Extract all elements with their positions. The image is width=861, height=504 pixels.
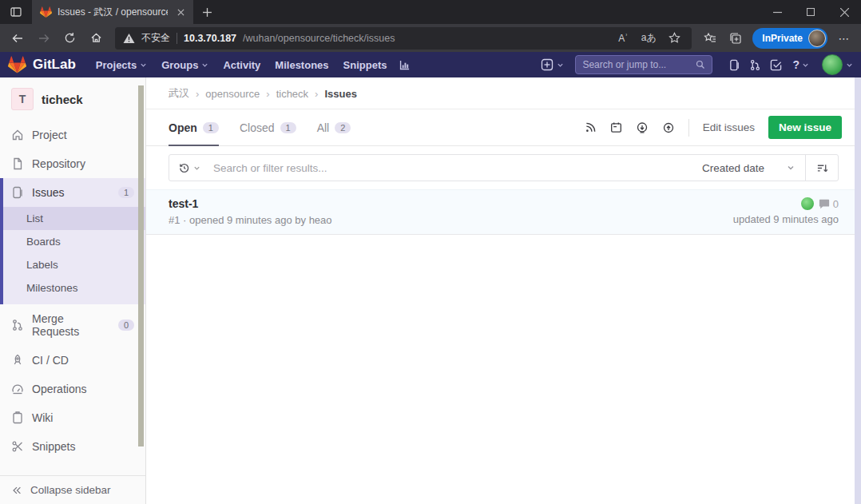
double-chevron-left-icon <box>11 485 22 496</box>
sidebar-item-label: Merge Requests <box>32 312 110 338</box>
sidebar-subitem-labels[interactable]: Labels <box>3 253 145 276</box>
sidebar-item-repository[interactable]: Repository <box>0 149 145 178</box>
issue-title[interactable]: test-1 <box>169 197 733 210</box>
home-icon <box>11 129 24 141</box>
browser-menu-icon[interactable]: ⋯ <box>832 26 856 50</box>
breadcrumb-project[interactable]: ticheck <box>276 88 308 100</box>
tab-all[interactable]: All 2 <box>317 109 351 145</box>
issues-icon <box>11 186 24 199</box>
sidebar-item-merge-requests[interactable]: Merge Requests 0 <box>0 304 145 346</box>
sidebar-item-label: Repository <box>32 157 85 170</box>
tab-close-icon[interactable] <box>173 5 188 19</box>
navbar-issues-icon[interactable] <box>724 54 744 75</box>
navbar-todos-icon[interactable] <box>765 54 786 75</box>
url-divider <box>177 33 177 44</box>
rss-feed-icon[interactable] <box>585 121 597 133</box>
tab-closed[interactable]: Closed 1 <box>240 109 296 145</box>
collections-icon[interactable] <box>724 26 748 50</box>
import-issues-icon[interactable] <box>636 121 649 134</box>
sidebar-item-cicd[interactable]: CI / CD <box>0 346 145 375</box>
address-bar[interactable]: 不安全 10.3.70.187 /wuhan/opensource/tichec… <box>115 27 692 50</box>
inprivate-badge[interactable]: InPrivate <box>752 28 827 49</box>
add-favorite-star-icon[interactable] <box>665 29 684 48</box>
sidebar-item-issues[interactable]: Issues 1 <box>3 178 145 207</box>
sidebar-item-snippets[interactable]: Snippets <box>0 432 145 461</box>
merge-request-icon <box>11 319 24 331</box>
nav-milestones[interactable]: Milestones <box>268 52 335 77</box>
gitlab-logo-icon[interactable] <box>8 56 26 73</box>
gauge-icon <box>11 383 24 395</box>
tab-closed-count: 1 <box>280 122 296 133</box>
nav-activity[interactable]: Activity <box>216 52 268 77</box>
chart-icon[interactable] <box>399 59 411 71</box>
breadcrumb-separator: › <box>315 88 318 100</box>
translate-icon[interactable]: aあ <box>639 29 658 48</box>
sidebar-item-label: Issues <box>32 186 64 199</box>
new-menu-button[interactable] <box>541 58 564 71</box>
security-label: 不安全 <box>141 31 170 45</box>
sidebar-item-project[interactable]: Project <box>0 121 145 149</box>
rocket-icon <box>11 354 24 367</box>
sort-dropdown[interactable]: Created date <box>692 155 805 181</box>
refresh-icon[interactable] <box>58 26 82 50</box>
browser-tab[interactable]: Issues - 武汉 / opensource / tich <box>32 0 193 24</box>
filter-search-input[interactable] <box>207 162 692 174</box>
breadcrumb-group[interactable]: 武汉 <box>169 86 189 101</box>
tab-open-count: 1 <box>203 122 219 133</box>
sidebar-subitem-list[interactable]: List <box>3 207 145 230</box>
sidebar-subitem-boards[interactable]: Boards <box>3 230 145 253</box>
issue-list-item[interactable]: test-1 #1 · opened 9 minutes ago by heao… <box>146 189 861 235</box>
calendar-icon[interactable] <box>610 121 622 133</box>
sidebar-item-wiki[interactable]: Wiki <box>0 403 145 432</box>
nav-snippets[interactable]: Snippets <box>336 52 395 77</box>
nav-projects[interactable]: Projects <box>89 52 154 77</box>
user-avatar <box>822 54 843 75</box>
tab-open[interactable]: Open 1 <box>169 109 219 145</box>
sort-direction-icon[interactable] <box>806 155 838 181</box>
recent-searches-button[interactable] <box>169 162 207 174</box>
close-window-icon[interactable] <box>827 0 861 24</box>
minimize-icon[interactable] <box>760 0 794 24</box>
breadcrumb-separator: › <box>196 88 199 100</box>
browser-toolbar: 不安全 10.3.70.187 /wuhan/opensource/tichec… <box>0 24 861 52</box>
clipboard-icon <box>11 411 24 424</box>
breadcrumb-subgroup[interactable]: opensource <box>205 88 260 100</box>
project-context[interactable]: T ticheck <box>0 77 145 121</box>
toolbar-divider <box>688 119 689 137</box>
assignee-avatar[interactable] <box>801 197 814 210</box>
url-host: 10.3.70.187 <box>184 33 236 44</box>
new-tab-icon[interactable] <box>193 0 220 24</box>
navbar-merge-requests-icon[interactable] <box>744 54 765 75</box>
screen: Issues - 武汉 / opensource / tich 不安全 10.3… <box>0 0 861 504</box>
security-warning-icon[interactable] <box>123 33 135 44</box>
sidebar-subitem-milestones[interactable]: Milestones <box>3 276 145 300</box>
edit-issues-button[interactable]: Edit issues <box>703 121 755 133</box>
back-icon[interactable] <box>5 26 30 50</box>
browser-profile-avatar <box>808 30 826 47</box>
home-icon[interactable] <box>84 26 109 50</box>
read-aloud-icon[interactable]: Aʾ <box>613 29 633 48</box>
collapse-sidebar-button[interactable]: Collapse sidebar <box>0 475 145 504</box>
issue-meta: #1 · opened 9 minutes ago by <box>169 214 306 226</box>
export-issues-icon[interactable] <box>662 121 675 134</box>
tab-actions-icon[interactable] <box>0 0 32 24</box>
issues-state-tabs: Open 1 Closed 1 All 2 <box>146 109 861 146</box>
issue-author[interactable]: heao <box>309 214 332 226</box>
project-name: ticheck <box>42 93 83 106</box>
issue-comments[interactable]: 0 <box>819 198 839 210</box>
gitlab-brand[interactable]: GitLab <box>33 57 76 73</box>
scissors-icon <box>11 440 24 453</box>
page-scrollbar[interactable] <box>855 77 861 504</box>
forward-icon[interactable] <box>31 26 56 50</box>
maximize-icon[interactable] <box>794 0 827 24</box>
user-menu[interactable] <box>822 54 853 75</box>
global-search[interactable] <box>575 55 712 74</box>
sidebar-item-operations[interactable]: Operations <box>0 375 145 403</box>
favorites-icon[interactable] <box>698 26 722 50</box>
global-search-input[interactable] <box>582 59 696 70</box>
sidebar-scrollbar[interactable] <box>138 85 144 446</box>
help-menu[interactable]: ? <box>792 58 809 71</box>
new-issue-button[interactable]: New issue <box>768 116 842 139</box>
sidebar-item-label: CI / CD <box>32 354 69 367</box>
nav-groups[interactable]: Groups <box>154 52 216 77</box>
